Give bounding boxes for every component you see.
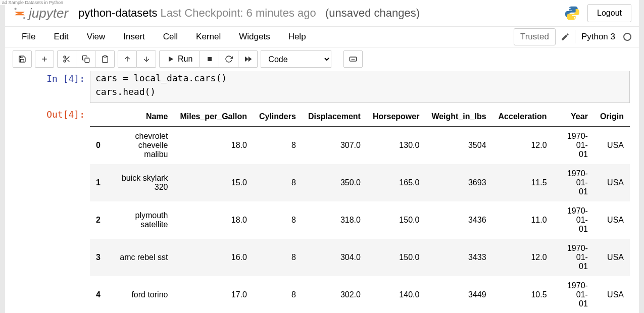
jupyter-logo[interactable]: jupyter [13, 6, 68, 21]
cell-miles_per_gallon: 15.0 [174, 164, 253, 201]
fast-forward-icon [244, 55, 252, 63]
cell-year: 1970-01-01 [553, 164, 594, 201]
cell-name: plymouth satellite [107, 201, 174, 239]
output-cell-4: Out[4]: NameMiles_per_GallonCylindersDis… [14, 105, 630, 313]
logout-button[interactable]: Logout [587, 4, 631, 22]
cut-button[interactable] [57, 50, 76, 68]
copy-icon [82, 55, 90, 63]
play-icon [167, 55, 175, 63]
svg-marker-18 [249, 57, 252, 62]
cell-year: 1970-01-01 [553, 127, 594, 165]
trusted-button[interactable]: Trusted [514, 28, 556, 45]
run-label: Run [178, 55, 192, 64]
menu-edit[interactable]: Edit [44, 27, 77, 47]
copy-button[interactable] [76, 50, 95, 68]
menu-kernel[interactable]: Kernel [187, 27, 230, 47]
cell-name: chevrolet chevellemalibu [107, 127, 174, 165]
table-row: 2plymouth satellite18.08318.0150.0343611… [90, 201, 630, 239]
code-cell-4[interactable]: In [4]: cars = local_data.cars() cars.he… [14, 69, 630, 105]
column-header: Name [107, 107, 174, 127]
column-header: Origin [594, 107, 630, 127]
run-button[interactable]: Run [159, 50, 200, 68]
svg-rect-16 [208, 57, 212, 61]
notebook-title-area[interactable]: python-datasets Last Checkpoint: 6 minut… [78, 7, 564, 20]
code-input-area[interactable]: cars = local_data.cars() cars.head() [90, 71, 630, 103]
cell-horsepower: 130.0 [367, 127, 425, 165]
cell-displacement: 350.0 [302, 164, 367, 201]
command-palette-button[interactable] [343, 50, 363, 68]
svg-point-2 [569, 8, 571, 9]
column-header: Acceleration [492, 107, 553, 127]
menu-widgets[interactable]: Widgets [230, 27, 279, 47]
table-row: 4ford torino17.08302.0140.0344910.51970-… [90, 276, 630, 313]
cell-weight_in_lbs: 3433 [425, 239, 492, 276]
cell-cylinders: 8 [253, 276, 302, 313]
out-prompt: Out[4]: [14, 107, 90, 313]
paste-button[interactable] [95, 50, 115, 68]
restart-run-all-button[interactable] [238, 50, 258, 68]
menu-file[interactable]: File [13, 27, 44, 47]
cell-origin: USA [594, 239, 630, 276]
save-button[interactable] [13, 50, 32, 68]
notebook-name[interactable]: python-datasets [78, 7, 158, 20]
stop-icon [206, 55, 214, 63]
cell-origin: USA [594, 276, 630, 313]
menu-help[interactable]: Help [279, 27, 315, 47]
cell-miles_per_gallon: 16.0 [174, 239, 253, 276]
unsaved-indicator: (unsaved changes) [325, 7, 420, 20]
cell-miles_per_gallon: 18.0 [174, 201, 253, 239]
browser-tab-caption: ad Sample Datasets in Python [0, 0, 65, 5]
cell-type-select[interactable]: Code [261, 50, 331, 68]
pencil-icon[interactable] [561, 32, 570, 41]
arrow-down-icon [142, 55, 151, 63]
row-index: 4 [90, 276, 107, 313]
clipboard-icon [101, 55, 109, 63]
restart-button[interactable] [219, 50, 238, 68]
cell-horsepower: 150.0 [367, 201, 425, 239]
row-index: 1 [90, 164, 107, 201]
column-header: Weight_in_lbs [425, 107, 492, 127]
arrow-up-icon [123, 55, 131, 63]
svg-rect-12 [104, 56, 106, 57]
toolbar: Run Code [5, 47, 639, 71]
cell-origin: USA [594, 201, 630, 239]
kernel-status-icon[interactable] [623, 33, 631, 41]
kernel-name[interactable]: Python 3 [580, 32, 615, 42]
checkpoint-info: Last Checkpoint: 6 minutes ago [161, 7, 316, 20]
restart-icon [225, 55, 233, 63]
cell-cylinders: 8 [253, 127, 302, 165]
cell-year: 1970-01-01 [553, 201, 594, 239]
row-index: 2 [90, 201, 107, 239]
cell-miles_per_gallon: 17.0 [174, 276, 253, 313]
cell-acceleration: 11.0 [492, 201, 553, 239]
dataframe-table: NameMiles_per_GallonCylindersDisplacemen… [90, 107, 630, 313]
menu-insert[interactable]: Insert [114, 27, 154, 47]
move-down-button[interactable] [137, 50, 156, 68]
python-logo-icon [564, 5, 580, 21]
interrupt-button[interactable] [200, 50, 219, 68]
menu-cell[interactable]: Cell [154, 27, 187, 47]
cell-horsepower: 165.0 [367, 164, 425, 201]
plus-icon [40, 55, 48, 63]
keyboard-icon [349, 55, 357, 63]
menu-view[interactable]: View [78, 27, 115, 47]
cell-cylinders: 8 [253, 164, 302, 201]
notebook-page: jupyter python-datasets Last Checkpoint:… [5, 0, 639, 313]
svg-marker-17 [245, 57, 249, 62]
row-index: 0 [90, 127, 107, 165]
row-index: 3 [90, 239, 107, 276]
cell-displacement: 302.0 [302, 276, 367, 313]
insert-cell-button[interactable] [35, 50, 54, 68]
cell-origin: USA [594, 164, 630, 201]
svg-line-9 [68, 60, 70, 62]
svg-point-6 [64, 56, 66, 58]
cell-acceleration: 12.0 [492, 239, 553, 276]
cell-cylinders: 8 [253, 239, 302, 276]
cell-displacement: 318.0 [302, 201, 367, 239]
svg-point-1 [23, 17, 25, 19]
svg-point-7 [64, 60, 66, 62]
cell-origin: USA [594, 127, 630, 165]
move-up-button[interactable] [118, 50, 137, 68]
notebook-body[interactable]: In [4]: cars = local_data.cars() cars.he… [5, 69, 639, 313]
menubar: FileEditViewInsertCellKernelWidgetsHelp … [5, 27, 639, 47]
